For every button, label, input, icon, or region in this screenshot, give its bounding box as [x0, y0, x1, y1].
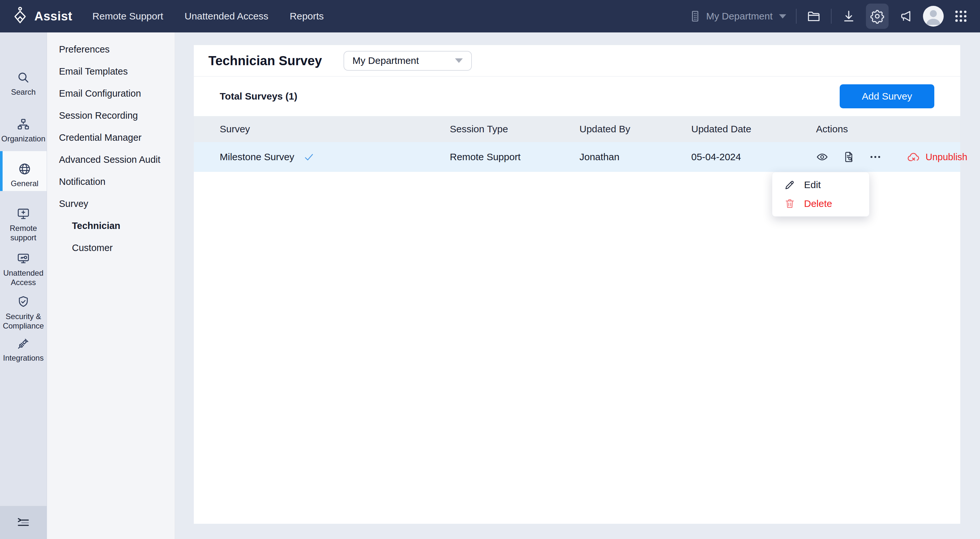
globe-icon: [18, 162, 32, 176]
user-silhouette-icon: [923, 6, 944, 27]
menu-item-email-templates[interactable]: Email Templates: [47, 60, 175, 82]
total-surveys-label: Total Surveys (1): [220, 91, 298, 102]
rail-item-integrations[interactable]: Integrations: [0, 336, 47, 363]
column-header-updated-by: Updated By: [579, 124, 691, 135]
column-header-session-type: Session Type: [450, 124, 579, 135]
card-header: Technician Survey My Department: [194, 45, 960, 77]
search-icon: [16, 71, 30, 85]
rail-item-organization[interactable]: Organization: [0, 117, 47, 144]
app-title: Assist: [34, 10, 72, 23]
unpublish-button[interactable]: Unpublish: [907, 150, 967, 164]
menu-item-survey[interactable]: Survey: [47, 193, 175, 215]
survey-name-cell: Milestone Survey: [220, 151, 450, 163]
menu-item-survey-technician[interactable]: Technician: [47, 215, 175, 237]
rail-item-general[interactable]: General: [0, 151, 47, 191]
menu-item-notification[interactable]: Notification: [47, 171, 175, 193]
table-toolbar: Total Surveys (1) Add Survey: [194, 77, 960, 116]
nav-reports[interactable]: Reports: [290, 11, 324, 22]
survey-name: Milestone Survey: [220, 151, 294, 163]
folder-icon[interactable]: [806, 9, 821, 24]
building-icon: [689, 10, 702, 23]
nav-remote-support[interactable]: Remote Support: [92, 11, 163, 22]
divider: [796, 9, 797, 24]
chevron-down-icon: [455, 58, 463, 63]
chevron-down-icon: [779, 14, 786, 19]
collapse-menu-icon: [16, 515, 31, 530]
column-header-survey: Survey: [220, 124, 450, 135]
trash-icon: [784, 198, 795, 209]
menu-item-advanced-session-audit[interactable]: Advanced Session Audit: [47, 148, 175, 171]
topbar-right-controls: My Department: [689, 3, 968, 29]
department-filter-dropdown[interactable]: My Department: [344, 51, 472, 71]
download-icon[interactable]: [841, 9, 856, 24]
table-header-row: Survey Session Type Updated By Updated D…: [194, 116, 960, 142]
add-survey-button[interactable]: Add Survey: [840, 85, 934, 108]
cloud-unpublish-icon: [907, 150, 920, 164]
main-content: Technician Survey My Department Total Su…: [175, 32, 980, 539]
rail-item-search[interactable]: Search: [0, 71, 47, 97]
menu-item-session-recording[interactable]: Session Recording: [47, 104, 175, 126]
unpublish-label: Unpublish: [926, 152, 967, 163]
table-row[interactable]: Milestone Survey Remote Support Jonathan…: [194, 142, 960, 172]
department-filter-value: My Department: [353, 55, 419, 66]
monitor-plus-icon: [16, 207, 30, 220]
collapse-menu-button[interactable]: [0, 506, 47, 539]
column-header-updated-date: Updated Date: [691, 124, 816, 135]
actions-cell: Unpublish: [816, 150, 967, 164]
menu-item-email-configuration[interactable]: Email Configuration: [47, 82, 175, 104]
settings-gear-button[interactable]: [866, 3, 889, 29]
technician-survey-card: Technician Survey My Department Total Su…: [194, 45, 960, 524]
settings-menu-panel: Preferences Email Templates Email Config…: [47, 32, 175, 539]
plug-icon: [16, 336, 30, 350]
pencil-icon: [784, 179, 795, 191]
avatar[interactable]: [923, 6, 944, 27]
assist-logo-icon: [11, 6, 29, 26]
department-value: My Department: [706, 11, 773, 22]
shield-check-icon: [16, 295, 30, 309]
updated-by-cell: Jonathan: [579, 151, 691, 163]
settings-gear-icon: [870, 9, 885, 24]
check-icon: [303, 151, 314, 163]
menu-item-survey-customer[interactable]: Customer: [47, 237, 175, 259]
context-menu-edit[interactable]: Edit: [772, 175, 869, 194]
rail-item-remote-support[interactable]: Remote support: [0, 207, 47, 242]
session-type-cell: Remote Support: [450, 151, 579, 163]
context-menu-delete[interactable]: Delete: [772, 194, 869, 213]
rail-item-security-compliance[interactable]: Security & Compliance: [0, 295, 47, 331]
menu-item-credential-manager[interactable]: Credential Manager: [47, 126, 175, 148]
more-ellipsis-icon[interactable]: [869, 151, 881, 163]
apps-grid-icon[interactable]: [953, 9, 968, 24]
department-selector[interactable]: My Department: [689, 10, 786, 23]
menu-item-preferences[interactable]: Preferences: [47, 38, 175, 60]
updated-date-cell: 05-04-2024: [691, 151, 816, 163]
divider: [831, 9, 832, 24]
rail-item-unattended-access[interactable]: Unattended Access: [0, 252, 47, 287]
report-document-icon[interactable]: [843, 151, 855, 163]
view-eye-icon[interactable]: [816, 151, 828, 163]
top-navigation: Remote Support Unattended Access Reports: [92, 11, 324, 22]
column-header-actions: Actions: [816, 124, 947, 135]
row-context-menu: Edit Delete: [772, 172, 870, 217]
page-title: Technician Survey: [208, 54, 322, 68]
left-rail: Search Organization General Remote suppo…: [0, 32, 47, 539]
topbar: Assist Remote Support Unattended Access …: [0, 0, 980, 32]
monitor-key-icon: [16, 252, 30, 265]
org-chart-icon: [16, 117, 30, 131]
announcement-icon[interactable]: [898, 9, 913, 24]
nav-unattended-access[interactable]: Unattended Access: [185, 11, 269, 22]
